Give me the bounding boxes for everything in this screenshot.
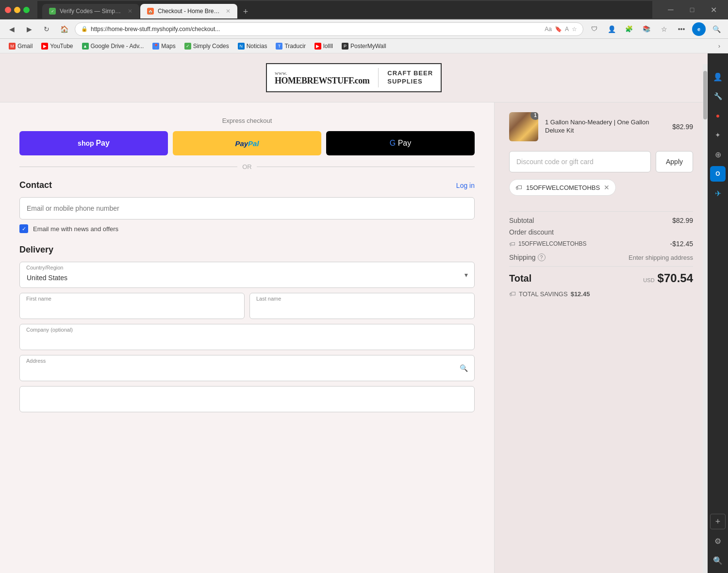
bookmark-lollll[interactable]: ▶ lollll xyxy=(311,41,337,51)
bookmark-gmail[interactable]: M Gmail xyxy=(5,41,36,51)
new-tab-button[interactable]: + xyxy=(238,5,253,18)
delivery-title: Delivery xyxy=(19,245,475,255)
newsletter-checkbox[interactable]: ✓ xyxy=(19,224,28,233)
total-label: Total xyxy=(509,273,531,284)
product-info: 1 Gallon Nano-Meadery | One Gallon Delux… xyxy=(545,118,665,135)
bookmarks-bar: M Gmail ▶ YouTube ▲ Google Drive - Adv..… xyxy=(0,39,728,53)
shipping-info-icon[interactable]: ? xyxy=(538,253,546,261)
refresh-button[interactable]: ↻ xyxy=(40,22,53,36)
logo-www: www. xyxy=(275,70,369,76)
bookmark-simplycodes[interactable]: ✓ Simply Codes xyxy=(181,41,233,51)
subtotal-label: Subtotal xyxy=(509,217,534,224)
sidebar-tools-icon[interactable]: 🔧 xyxy=(710,88,726,104)
city-field-partial[interactable] xyxy=(19,386,475,412)
address-input[interactable] xyxy=(19,355,475,381)
favorites-icon[interactable]: ☆ xyxy=(657,22,671,36)
log-in-link[interactable]: Log in xyxy=(456,182,475,189)
extension-icon[interactable]: 🔖 xyxy=(555,26,562,33)
applied-code-row: 🏷 15OFFWELCOMETOHBS ✕ xyxy=(509,179,616,196)
checkout-layout: Express checkout shop Pay PayPal xyxy=(0,102,708,573)
first-name-input[interactable] xyxy=(19,293,245,319)
close-window-btn[interactable] xyxy=(5,7,11,13)
paypal-button[interactable]: PayPal xyxy=(173,131,321,155)
logo-supplies: SUPPLIES xyxy=(387,78,433,86)
browser-toolbar: ◀ ▶ ↻ 🏠 🔒 https://home-brew-stuff.myshop… xyxy=(0,19,728,39)
last-name-input[interactable] xyxy=(249,293,475,319)
address-bar[interactable]: 🔒 https://home-brew-stuff.myshopify.com/… xyxy=(75,22,583,36)
total-row: Total USD $70.54 xyxy=(509,271,693,285)
applied-code-text: 15OFFWELCOMETOHBS xyxy=(526,184,600,191)
country-select-wrapper: Country/Region United States ▾ xyxy=(19,262,475,288)
traducir-favicon: T xyxy=(276,43,282,50)
sidebar-add-icon[interactable]: + xyxy=(710,514,726,529)
shop-pay-button[interactable]: shop Pay xyxy=(19,131,168,155)
minimize-window-btn[interactable] xyxy=(14,7,20,13)
newsletter-checkbox-row: ✓ Email me with news and offers xyxy=(19,224,475,233)
extensions-icon[interactable]: 🧩 xyxy=(622,22,636,36)
maximize-window-btn[interactable] xyxy=(23,7,30,13)
noticias-favicon: N xyxy=(238,43,245,50)
remove-code-button[interactable]: ✕ xyxy=(604,184,610,191)
first-name-wrapper: First name xyxy=(19,293,245,319)
translate-icon[interactable]: Aa xyxy=(545,26,552,33)
tab2-label: Checkout - Home Brew Stuff xyxy=(158,8,220,15)
lollll-favicon: ▶ xyxy=(314,43,321,50)
shipping-label-row: Shipping ? xyxy=(509,253,546,261)
total-value-area: USD $70.54 xyxy=(643,271,693,285)
tab2-close-icon[interactable]: ✕ xyxy=(226,8,231,15)
show-more-bookmarks[interactable]: › xyxy=(715,42,723,50)
bookmark-noticias[interactable]: N Noticias xyxy=(234,41,271,51)
sidebar-telegram-icon[interactable]: ✈ xyxy=(710,185,726,201)
browser-right-sidebar: 👤 🔧 ● ✦ ⊕ O ✈ + ⚙ 🔍 xyxy=(708,64,728,573)
bookmark-gdrive[interactable]: ▲ Google Drive - Adv... xyxy=(78,41,148,51)
shield-icon[interactable]: 🛡 xyxy=(587,22,601,36)
restore-icon[interactable]: □ xyxy=(682,3,702,17)
close-window-icon[interactable]: ✕ xyxy=(704,3,723,17)
sidebar-search-icon-right[interactable]: 🔍 xyxy=(710,553,726,568)
contact-title: Contact xyxy=(19,180,52,190)
apply-discount-button[interactable]: Apply xyxy=(656,151,693,172)
tab1-close-icon[interactable]: ✕ xyxy=(128,8,132,15)
scrollbar-track[interactable] xyxy=(703,64,708,573)
collections-icon[interactable]: 📚 xyxy=(640,22,653,36)
bookmark-postermywall[interactable]: P PosterMyWall xyxy=(338,41,390,51)
sidebar-outlook-icon[interactable]: O xyxy=(710,166,726,182)
account-icon[interactable]: 👤 xyxy=(605,22,618,36)
express-buttons-row: shop Pay PayPal G Pay xyxy=(19,131,475,155)
shipping-value: Enter shipping address xyxy=(629,254,693,261)
forward-button[interactable]: ▶ xyxy=(22,22,36,36)
bookmark-youtube[interactable]: ▶ YouTube xyxy=(37,41,77,51)
order-discount-label: Order discount xyxy=(509,228,554,236)
name-fields-row: First name Last name xyxy=(19,293,475,319)
postermywall-favicon: P xyxy=(342,43,348,50)
address-url: https://home-brew-stuff.myshopify.com/ch… xyxy=(91,26,542,33)
sidebar-collections-icon[interactable]: ✦ xyxy=(710,127,726,143)
tab-checkout-homebrew[interactable]: 🏠 Checkout - Home Brew Stuff ✕ xyxy=(140,4,237,18)
scrollbar-thumb[interactable] xyxy=(703,71,707,119)
reader-mode-icon[interactable]: A xyxy=(565,26,569,33)
gmail-favicon: M xyxy=(9,43,16,50)
gpay-button[interactable]: G Pay xyxy=(326,131,475,155)
sidebar-circle-icon[interactable]: ⊕ xyxy=(710,147,726,162)
bookmark-traducir[interactable]: T Traducir xyxy=(272,41,310,51)
bookmark-maps[interactable]: 📍 Maps xyxy=(149,41,179,51)
sidebar-profile-icon[interactable]: 👤 xyxy=(710,69,726,84)
or-divider: OR xyxy=(19,163,475,170)
company-input[interactable] xyxy=(19,324,475,350)
star-icon[interactable]: ☆ xyxy=(572,26,577,33)
company-wrapper: Company (optional) xyxy=(19,324,475,350)
tab-verify-codes[interactable]: ✓ Verify Codes — SimplyCodes ✕ xyxy=(42,4,139,18)
sidebar-settings-icon[interactable]: ⚙ xyxy=(710,533,726,549)
email-input[interactable] xyxy=(19,197,475,219)
back-button[interactable]: ◀ xyxy=(5,22,18,36)
sidebar-history-icon[interactable]: ● xyxy=(710,108,726,123)
more-menu-icon[interactable]: ••• xyxy=(675,22,688,36)
home-button[interactable]: 🏠 xyxy=(57,22,71,36)
logo-hbs-text: HOMEBREWSTUFF.com xyxy=(275,76,369,86)
edge-icon[interactable]: e xyxy=(692,22,706,36)
minimize-icon[interactable]: ─ xyxy=(661,3,680,17)
search-sidebar-button[interactable]: 🔍 xyxy=(710,22,723,36)
discount-code-input[interactable] xyxy=(509,151,651,172)
country-select[interactable]: United States xyxy=(19,262,475,288)
last-name-wrapper: Last name xyxy=(249,293,475,319)
